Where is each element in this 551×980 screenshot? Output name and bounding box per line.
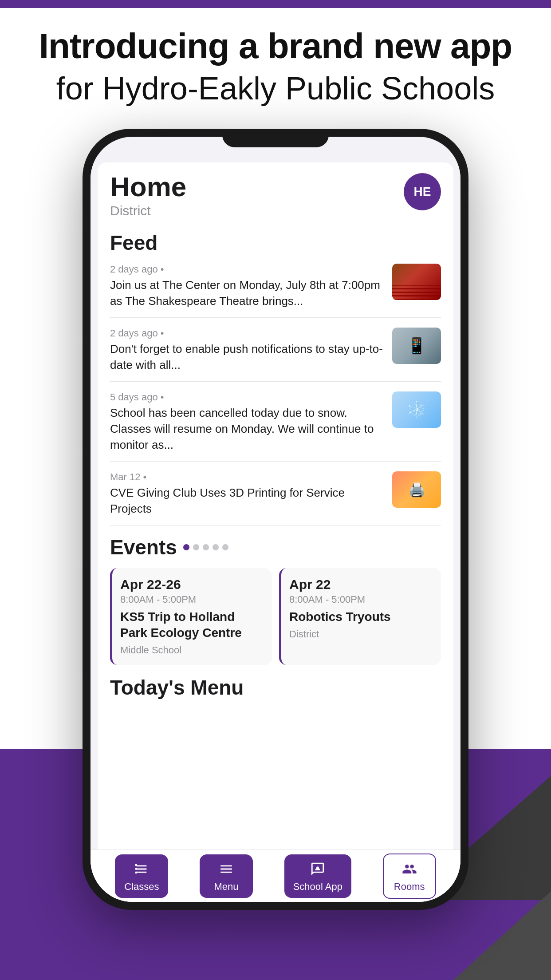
nav-menu-label: Menu (214, 881, 238, 893)
feed-text-block: 2 days ago • Join us at The Center on Mo… (110, 264, 385, 309)
phone-outer: Home District HE Feed 2 days ago • Join … (83, 129, 468, 910)
feed-item[interactable]: 5 days ago • School has been cancelled t… (110, 391, 441, 462)
feed-time: 2 days ago • (110, 328, 385, 339)
feed-image-theatre (392, 264, 441, 300)
screen-content: Home District HE Feed 2 days ago • Join … (98, 162, 453, 856)
header-section: Introducing a brand new app for Hydro-Ea… (0, 27, 551, 107)
events-dots (183, 544, 228, 550)
events-row: Apr 22-26 8:00AM - 5:00PM KS5 Trip to Ho… (110, 568, 441, 665)
feed-item[interactable]: 2 days ago • Join us at The Center on Mo… (110, 264, 441, 318)
school-logo: HE (404, 173, 441, 210)
phone-img (392, 328, 441, 364)
event-date-1: Apr 22-26 (120, 577, 264, 592)
theatre-img (392, 264, 441, 300)
dot-5[interactable] (222, 544, 228, 550)
phone-notch (222, 129, 329, 147)
school-app-icon (308, 860, 327, 878)
feed-image-phone (392, 328, 441, 364)
feed-item[interactable]: Mar 12 • CVE Giving Club Uses 3D Printin… (110, 471, 441, 526)
feed-text-block: Mar 12 • CVE Giving Club Uses 3D Printin… (110, 471, 385, 517)
nav-classes-label: Classes (124, 881, 159, 893)
event-time-2: 8:00AM - 5:00PM (289, 594, 433, 605)
event-location-2: District (289, 628, 433, 640)
home-title: Home (110, 173, 186, 201)
feed-text: Join us at The Center on Monday, July 8t… (110, 277, 385, 309)
subheadline: for Hydro-Eakly Public Schools (35, 69, 516, 107)
nav-classes[interactable]: Classes (115, 854, 168, 898)
home-subtitle: District (110, 203, 186, 218)
headline: Introducing a brand new app (35, 27, 516, 66)
classes-icon (132, 860, 151, 878)
svg-rect-1 (135, 868, 137, 869)
event-name-2: Robotics Tryouts (289, 609, 433, 625)
event-card-2[interactable]: Apr 22 8:00AM - 5:00PM Robotics Tryouts … (279, 568, 441, 665)
home-title-block: Home District (110, 173, 186, 218)
feed-image-kids (392, 471, 441, 508)
nav-menu[interactable]: Menu (200, 854, 253, 898)
feed-text-block: 5 days ago • School has been cancelled t… (110, 391, 385, 453)
nav-school-app-label: School App (293, 881, 342, 893)
dot-3[interactable] (203, 544, 209, 550)
feed-time: Mar 12 • (110, 471, 385, 483)
phone-inner: Home District HE Feed 2 days ago • Join … (91, 137, 460, 902)
rooms-icon (400, 860, 419, 878)
event-location-1: Middle School (120, 644, 264, 656)
bottom-nav: Classes Menu (91, 850, 460, 902)
feed-time: 2 days ago • (110, 264, 385, 275)
events-header: Events (110, 535, 441, 559)
top-bar (0, 0, 551, 8)
menu-section-title: Today's Menu (110, 676, 441, 699)
snow-img (392, 391, 441, 428)
svg-rect-2 (135, 871, 137, 873)
feed-image-snow (392, 391, 441, 428)
nav-rooms-label: Rooms (394, 881, 425, 893)
feed-text-block: 2 days ago • Don't forget to enable push… (110, 328, 385, 373)
feed-section-title: Feed (110, 231, 441, 255)
event-time-1: 8:00AM - 5:00PM (120, 594, 264, 605)
event-date-2: Apr 22 (289, 577, 433, 592)
menu-icon (217, 860, 236, 878)
dot-4[interactable] (213, 544, 219, 550)
dot-2[interactable] (193, 544, 199, 550)
dot-1[interactable] (183, 544, 189, 550)
feed-text: CVE Giving Club Uses 3D Printing for Ser… (110, 485, 385, 517)
events-section-title: Events (110, 535, 177, 559)
event-card-1[interactable]: Apr 22-26 8:00AM - 5:00PM KS5 Trip to Ho… (110, 568, 272, 665)
feed-time: 5 days ago • (110, 391, 385, 403)
phone-screen: Home District HE Feed 2 days ago • Join … (91, 155, 460, 902)
kids-img (392, 471, 441, 508)
event-name-1: KS5 Trip to Holland Park Ecology Centre (120, 609, 264, 641)
nav-school-app[interactable]: School App (284, 854, 351, 898)
feed-item[interactable]: 2 days ago • Don't forget to enable push… (110, 328, 441, 382)
feed-text: School has been cancelled today due to s… (110, 405, 385, 453)
phone-mockup: Home District HE Feed 2 days ago • Join … (83, 129, 468, 910)
home-header: Home District HE (110, 173, 441, 218)
feed-text: Don't forget to enable push notification… (110, 341, 385, 373)
svg-rect-0 (135, 864, 137, 865)
nav-rooms[interactable]: Rooms (383, 854, 436, 899)
